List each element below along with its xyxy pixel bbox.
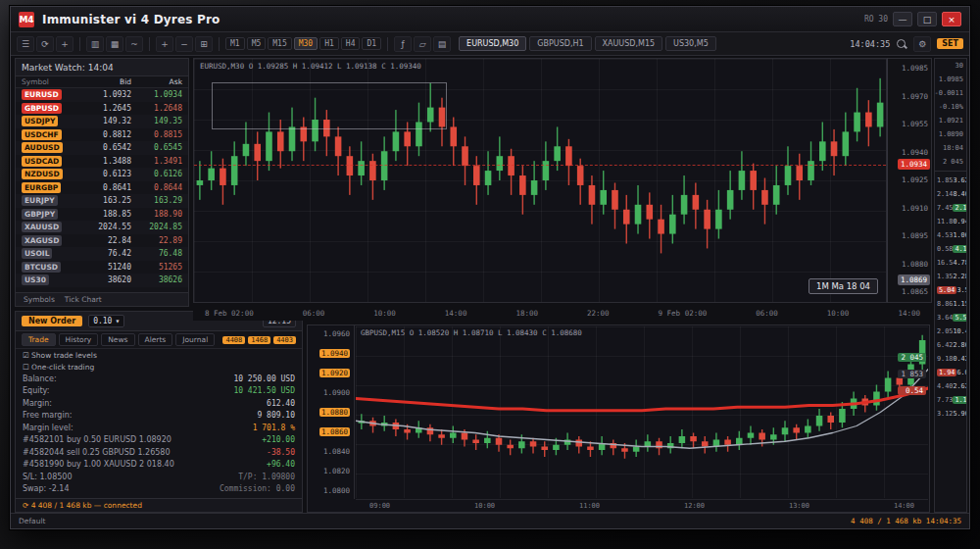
timeframe-m30[interactable]: M30	[294, 37, 318, 50]
market-watch-row[interactable]: AUDUSD0.65420.6545	[16, 141, 188, 155]
dom-row[interactable]: 16.54.78	[935, 256, 966, 270]
dom-row[interactable]: 8.861.15	[935, 297, 966, 311]
chart-tab[interactable]: US30,M5	[665, 36, 716, 51]
dom-row[interactable]: 3.125.90	[935, 407, 966, 421]
candle-chart-icon[interactable]: ▦	[106, 36, 123, 52]
dom-row[interactable]: 5.043.54	[935, 283, 966, 297]
market-watch-row[interactable]: GBPJPY188.85188.90	[16, 208, 188, 222]
sub-chart-plot[interactable]	[356, 326, 928, 498]
sub-chart-price-axis[interactable]: 1.09601.09401.09201.09001.08801.08601.08…	[308, 325, 355, 499]
refresh-icon[interactable]: ⟳	[36, 36, 54, 52]
settings-gear-icon[interactable]: ⚙	[913, 36, 931, 52]
terminal-line[interactable]: Swap: -2.14Commission: 0.00	[16, 483, 302, 496]
dom-row[interactable]: 2.0510.4	[935, 324, 966, 338]
dom-row[interactable]: 7.731.18	[935, 393, 966, 407]
dom-row[interactable]: 11.80.94	[935, 215, 966, 228]
market-watch-row[interactable]: EURUSD1.09321.0934	[16, 88, 188, 102]
dom-value: 1.0890	[935, 127, 966, 141]
bid-value: 38620	[80, 275, 131, 284]
chart-tab[interactable]: EURUSD,M30	[459, 36, 526, 51]
line-chart-icon[interactable]: ~	[125, 36, 143, 52]
price-axis[interactable]: 1.09851.09701.09551.09401.09251.09101.08…	[887, 58, 932, 303]
line-label: Equity:	[23, 386, 49, 395]
new-order-icon[interactable]: +	[56, 36, 74, 52]
time-axis[interactable]: 8 Feb 02:0006:0010:0014:0018:0022:009 Fe…	[193, 305, 932, 321]
layers-icon[interactable]: ▤	[433, 36, 451, 52]
market-watch-row[interactable]: USDCHF0.88120.8815	[16, 128, 188, 142]
main-chart-panel[interactable]: EURUSD,M30 O 1.09285 H 1.09412 L 1.09138…	[193, 58, 887, 303]
market-watch-row[interactable]: USOIL76.4276.48	[16, 247, 188, 261]
terminal-tab[interactable]: News	[101, 333, 134, 346]
market-watch-row[interactable]: GBPUSD1.26451.2648	[16, 102, 188, 116]
dom-left-value: 9.18	[937, 355, 953, 363]
close-button[interactable]: ×	[942, 12, 961, 26]
dom-row[interactable]: 1.853.62	[935, 174, 966, 187]
search-icon[interactable]	[896, 38, 907, 50]
maximize-button[interactable]: □	[917, 12, 937, 26]
dom-row[interactable]: 7.452.15	[935, 201, 966, 215]
chart-tab[interactable]: GBPUSD,H1	[529, 36, 591, 51]
chart-tab[interactable]: XAUUSD,M15	[595, 36, 663, 51]
timeframe-d1[interactable]: D1	[362, 37, 381, 50]
market-watch-row[interactable]: NZDUSD0.61230.6126	[16, 168, 188, 181]
market-watch-tab[interactable]: Tick Chart	[65, 295, 102, 304]
terminal-line[interactable]: Margin level:1 701.8 %	[16, 422, 302, 434]
dom-row[interactable]: 4.402.62	[935, 379, 966, 393]
dom-row[interactable]: 2.148.40	[935, 187, 966, 201]
timeframe-m5[interactable]: M5	[247, 37, 267, 50]
terminal-tab[interactable]: Journal	[175, 333, 215, 346]
drawing-rectangle[interactable]	[212, 82, 447, 129]
market-watch-tab[interactable]: Symbols	[24, 295, 55, 304]
market-watch-row[interactable]: EURGBP0.86410.8644	[16, 181, 188, 195]
timeframe-m15[interactable]: M15	[268, 37, 291, 50]
zoom-in-icon[interactable]: +	[156, 36, 173, 52]
menu-icon[interactable]: ☰	[17, 36, 34, 52]
timeframe-h4[interactable]: H4	[341, 37, 361, 50]
minimize-button[interactable]: —	[893, 12, 912, 26]
timeframe-m1[interactable]: M1	[225, 37, 245, 50]
dom-row[interactable]: 9.180.42	[935, 352, 966, 366]
terminal-line[interactable]: #4581990 buy 1.00 XAUUSD 2 018.40+96.40	[16, 459, 302, 472]
dom-row[interactable]: 3.645.56	[935, 311, 966, 324]
line-value: T/P: 1.09800	[238, 473, 295, 481]
market-watch-row[interactable]: US303862038626	[16, 274, 188, 287]
time-label: 06:00	[756, 309, 778, 318]
set-chip-button[interactable]: SET	[937, 38, 963, 49]
terminal-line[interactable]: Free margin:9 809.10	[16, 410, 302, 423]
main-chart-badge[interactable]: 1M Ma 18 04	[808, 278, 878, 294]
terminal-line[interactable]: #4582101 buy 0.50 EURUSD 1.08920+210.00	[16, 434, 302, 447]
dom-row[interactable]: 0.584.15	[935, 242, 966, 256]
symbol-cell: AUDUSD	[22, 142, 80, 153]
dom-row[interactable]: 1.352.28	[935, 270, 966, 283]
market-watch-row[interactable]: BTCUSD5124051265	[16, 261, 188, 274]
dom-row[interactable]: 4.531.06	[935, 228, 966, 242]
sub-chart-panel[interactable]: 1.09601.09401.09201.09001.08801.08601.08…	[307, 324, 930, 513]
terminal-tab[interactable]: Trade	[22, 333, 56, 346]
terminal-tab[interactable]: Alerts	[138, 333, 173, 346]
new-order-button[interactable]: New Order	[22, 316, 82, 326]
market-watch-row[interactable]: USDJPY149.32149.35	[16, 115, 188, 128]
checkbox-show-trade-levels[interactable]: ☑ Show trade levels	[16, 349, 302, 361]
market-watch-row[interactable]: EURJPY163.25163.29	[16, 194, 188, 208]
terminal-line[interactable]: #4582044 sell 0.25 GBPUSD 1.26580-38.50	[16, 446, 302, 459]
timeframe-h1[interactable]: H1	[319, 37, 339, 50]
objects-icon[interactable]: ▱	[414, 36, 431, 52]
terminal-line[interactable]: Margin:612.40	[16, 397, 302, 410]
market-watch-row[interactable]: XAUUSD2024.552024.85	[16, 221, 188, 234]
bar-chart-icon[interactable]: ▥	[86, 36, 104, 52]
market-watch-row[interactable]: XAGUSD22.8422.89	[16, 234, 188, 248]
main-chart-plot[interactable]	[194, 59, 886, 302]
app-logo-icon: M4	[19, 12, 34, 27]
market-watch-row[interactable]: USDCAD1.34881.3491	[16, 155, 188, 169]
dom-row[interactable]: 1.946.05	[935, 366, 966, 379]
zoom-out-icon[interactable]: −	[175, 36, 193, 52]
dom-row[interactable]: 6.422.86	[935, 338, 966, 352]
terminal-line[interactable]: Balance:10 250.00 USD	[16, 373, 302, 385]
terminal-line[interactable]: Equity:10 421.50 USD	[16, 385, 302, 398]
terminal-line[interactable]: S/L: 1.08500T/P: 1.09800	[16, 471, 302, 483]
crosshair-icon[interactable]: ⊞	[195, 36, 213, 52]
checkbox-one-click-trading[interactable]: ☐ One-click trading	[16, 361, 302, 373]
lot-size-stepper[interactable]: 0.10 ▾	[88, 315, 124, 327]
terminal-tab[interactable]: History	[59, 333, 99, 346]
indicators-icon[interactable]: ƒ	[394, 36, 412, 52]
